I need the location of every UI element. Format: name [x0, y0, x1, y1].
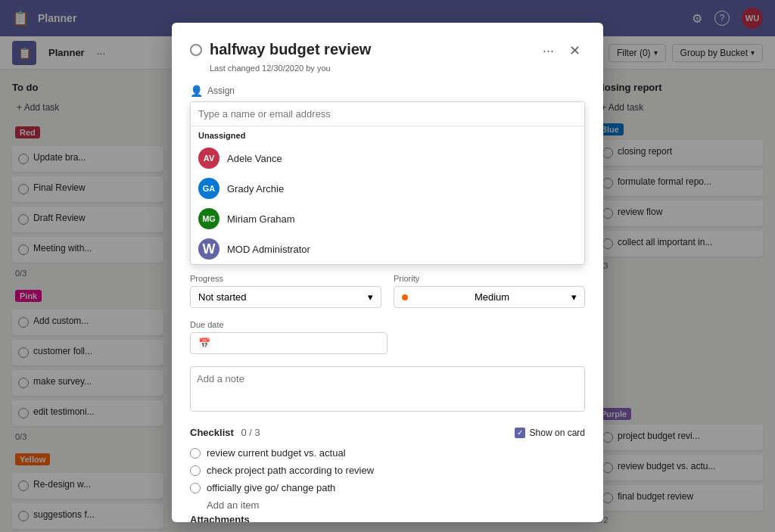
notes-textarea[interactable]: [190, 366, 585, 412]
form-row-due: Due date 📅: [190, 320, 585, 354]
due-date-col: Due date 📅: [190, 320, 585, 354]
checklist-count: 0 / 3: [241, 427, 260, 438]
unassigned-label: Unassigned: [191, 126, 584, 143]
checklist-radio-2[interactable]: [190, 483, 201, 493]
user-avatar-miriam: MG: [198, 208, 219, 229]
modal-overlay[interactable]: halfway budget review ··· ✕ Last changed…: [0, 0, 775, 532]
assign-user-mod[interactable]: W MOD Administrator: [191, 234, 584, 264]
checklist-header: Checklist 0 / 3 ✓ Show on card: [190, 427, 585, 438]
assign-search-input[interactable]: [191, 102, 584, 126]
checklist-title: Checklist 0 / 3: [190, 427, 260, 438]
priority-caret: ▾: [571, 291, 577, 303]
user-name-miriam: Miriam Graham: [227, 213, 295, 225]
assign-user-adele[interactable]: AV Adele Vance: [191, 143, 584, 173]
show-on-card-label: Show on card: [530, 428, 585, 438]
modal-title-row: halfway budget review: [190, 41, 371, 58]
modal-subtitle: Last changed 12/30/2020 by you: [210, 64, 585, 73]
user-name-adele: Adele Vance: [227, 153, 282, 164]
checklist-text-1: check project path according to review: [207, 465, 374, 476]
progress-col: Progress Not started ▾: [190, 274, 381, 308]
checklist-item-0: review current budget vs. actual: [190, 444, 585, 462]
form-row-progress-priority: Progress Not started ▾ Priority Medium ▾: [190, 274, 585, 308]
checklist-radio-1[interactable]: [190, 465, 201, 476]
assign-input-wrap: Unassigned AV Adele Vance GA Grady Archi…: [190, 101, 585, 265]
attachments-section: Attachments Add attachment: [190, 514, 585, 522]
priority-label: Priority: [394, 274, 585, 283]
modal-more-button[interactable]: ···: [538, 41, 559, 61]
task-complete-radio[interactable]: [190, 44, 202, 56]
due-date-picker[interactable]: 📅: [190, 332, 388, 354]
user-avatar-mod: W: [198, 238, 219, 260]
due-date-label: Due date: [190, 320, 585, 329]
progress-select[interactable]: Not started ▾: [190, 286, 381, 308]
priority-dot: [402, 291, 412, 303]
user-avatar-adele: AV: [198, 148, 219, 169]
add-checklist-item[interactable]: Add an item: [207, 496, 585, 514]
modal-close-button[interactable]: ✕: [565, 41, 585, 61]
checklist-item-2: officially give go/ change path: [190, 479, 585, 496]
attachments-title: Attachments: [190, 514, 585, 522]
checklist-item-1: check project path according to review: [190, 462, 585, 479]
user-avatar-grady: GA: [198, 178, 219, 199]
user-name-mod: MOD Administrator: [227, 244, 310, 255]
checklist-radio-0[interactable]: [190, 448, 201, 459]
priority-col: Priority Medium ▾: [394, 274, 585, 308]
show-on-card[interactable]: ✓ Show on card: [515, 428, 585, 438]
show-on-card-checkbox[interactable]: ✓: [515, 428, 525, 438]
priority-select[interactable]: Medium ▾: [394, 286, 585, 308]
task-modal: halfway budget review ··· ✕ Last changed…: [172, 23, 603, 522]
assign-user-miriam[interactable]: MG Miriam Graham: [191, 204, 584, 234]
assign-user-grady[interactable]: GA Grady Archie: [191, 173, 584, 204]
assign-dropdown: Unassigned AV Adele Vance GA Grady Archi…: [190, 101, 585, 265]
modal-header: halfway budget review ··· ✕: [190, 41, 585, 61]
checklist-text-0: review current budget vs. actual: [207, 447, 346, 459]
progress-label: Progress: [190, 274, 381, 283]
user-name-grady: Grady Archie: [227, 183, 284, 194]
assign-section-label: 👤 Assign: [190, 85, 585, 97]
modal-title: halfway budget review: [210, 41, 371, 58]
progress-caret: ▾: [368, 291, 373, 303]
modal-actions: ··· ✕: [538, 41, 585, 61]
checklist-text-2: officially give go/ change path: [207, 482, 335, 493]
